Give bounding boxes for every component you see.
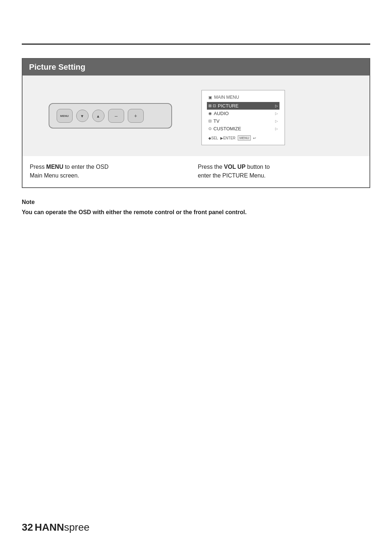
picture-icon: ⊞ ⊡ (208, 103, 216, 108)
picture-setting-title: Picture Setting (29, 62, 85, 72)
descriptions-row: Press MENU to enter the OSD Main Menu sc… (23, 156, 369, 187)
picture-setting-header: Picture Setting (23, 59, 369, 76)
osd-back-icon: ↩ (253, 136, 256, 140)
osd-menu-illustration: ▣ MAIN MENU ⊞ ⊡ PICTURE ▷ (201, 90, 285, 145)
brand-name: HANNspree (35, 522, 90, 533)
audio-chevron-icon: ▷ (275, 111, 278, 115)
osd-tv-label: TV (213, 118, 220, 124)
picture-chevron-icon: ▷ (275, 104, 278, 108)
main-container: Picture Setting MENU ▾ ▴ – (22, 58, 370, 217)
osd-customize-label: CUSTOMIZE (213, 126, 241, 131)
customize-icon: ⊙ (208, 126, 212, 131)
page-number: 32 (22, 522, 33, 533)
remote-control-illustration: MENU ▾ ▴ – + (49, 103, 172, 128)
brand-spree: spree (64, 522, 90, 533)
remote-area: MENU ▾ ▴ – + (30, 86, 191, 145)
up-arrow-button-icon: ▴ (92, 110, 105, 122)
top-rule (22, 44, 370, 45)
vol-up-bold-text: VOL UP (224, 164, 245, 170)
osd-menu-title-text: MAIN MENU (214, 95, 239, 100)
note-text: You can operate the OSD with either the … (22, 208, 370, 217)
footer-combined: 32 HANNspree (22, 522, 90, 533)
down-arrow-button-icon: ▾ (76, 110, 89, 122)
osd-menu-tag: MENU (238, 135, 251, 140)
osd-enter-label: ▶ENTER (220, 136, 236, 140)
customize-chevron-icon: ▷ (275, 127, 278, 131)
plus-button-icon: + (128, 109, 144, 123)
page-footer: 32 HANNspree (22, 522, 90, 533)
osd-menu-item-audio: ◉ AUDIO ▷ (208, 110, 278, 117)
osd-menu-item-picture: ⊞ ⊡ PICTURE ▷ (207, 102, 279, 110)
picture-setting-box: Picture Setting MENU ▾ ▴ – (22, 58, 370, 188)
description-left: Press MENU to enter the OSD Main Menu sc… (30, 163, 194, 180)
brand-hann: HANN (35, 522, 64, 533)
minus-button-icon: – (108, 109, 124, 123)
osd-menu-title: ▣ MAIN MENU (208, 95, 278, 100)
menu-bold-text: MENU (46, 164, 63, 170)
osd-picture-label: PICTURE (218, 103, 238, 109)
note-title: Note (22, 199, 370, 205)
tv-icon: ⊟ (208, 119, 212, 123)
menu-title-icon: ▣ (208, 95, 212, 100)
osd-menu-item-customize: ⊙ CUSTOMIZE ▷ (208, 125, 278, 132)
audio-icon: ◉ (208, 111, 212, 116)
menu-button-icon: MENU (57, 109, 73, 123)
tv-chevron-icon: ▷ (275, 119, 278, 123)
picture-setting-content: MENU ▾ ▴ – + (23, 76, 369, 156)
osd-menu-item-tv: ⊟ TV ▷ (208, 117, 278, 125)
osd-audio-label: AUDIO (214, 111, 229, 116)
osd-area: ▣ MAIN MENU ⊞ ⊡ PICTURE ▷ (201, 86, 362, 145)
osd-sel-label: ◆SEL (208, 136, 218, 140)
osd-footer: ◆SEL ▶ENTER MENU ↩ (208, 135, 278, 140)
note-section: Note You can operate the OSD with either… (22, 199, 370, 217)
description-right: Press the VOL UP button to enter the PIC… (198, 163, 362, 180)
